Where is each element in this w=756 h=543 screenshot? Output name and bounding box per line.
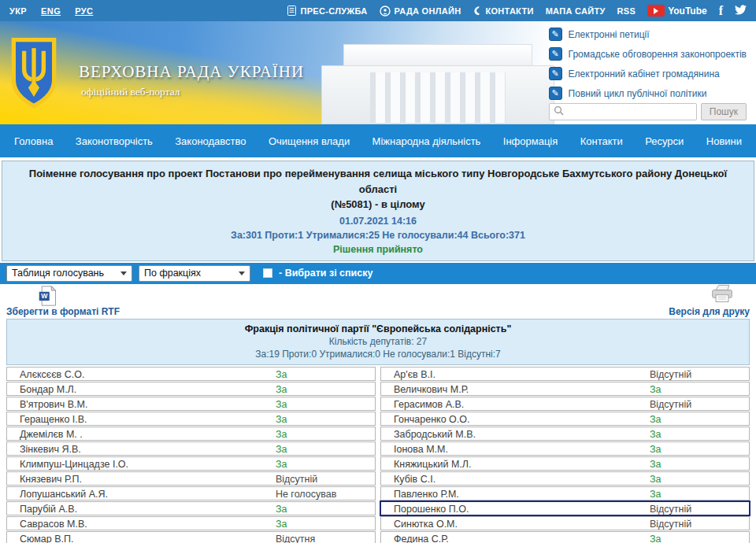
search-area: Пошук (549, 103, 747, 120)
vote-title: Поіменне голосування про проект Постанов… (12, 166, 744, 212)
search-button[interactable]: Пошук (701, 103, 747, 120)
rss-label: RSS (617, 6, 636, 16)
edit-icon: ✎ (549, 87, 562, 100)
search-input[interactable] (564, 106, 692, 117)
vote-value: За (276, 444, 287, 455)
table-row: Порошенко П.О.Відсутній (380, 501, 750, 515)
vote-value: За (276, 519, 287, 530)
vote-stats: За:301 Проти:1 Утрималися:25 Не голосува… (12, 230, 744, 241)
select-from-list-checkbox[interactable] (263, 268, 272, 278)
document-icon (287, 6, 296, 16)
table-row: Княжицький М.Л.За (380, 456, 750, 471)
vote-value: За (650, 444, 662, 455)
table-row: Зінкевич Я.В.За (6, 441, 376, 456)
table-row: Федина С.Р.За (380, 531, 750, 543)
deputy-name: Геращенко І.В. (20, 414, 87, 425)
chevron-down-icon (239, 272, 245, 275)
link-citizen-cabinet[interactable]: ✎ Електронний кабінет громадянина (549, 67, 747, 80)
deputy-name: Федина С.Р. (394, 534, 449, 543)
twitter-icon[interactable] (735, 5, 747, 17)
contacts-link[interactable]: КОНТАКТИ (472, 6, 533, 16)
deputy-name: В'ятрович В.М. (20, 399, 87, 410)
vote-value: Відсутня (276, 534, 315, 543)
table-row: Саврасов М.В.За (6, 516, 376, 530)
table-row: Павленко Р.М.За (380, 486, 750, 501)
deputy-name: Величкович М.Р. (394, 384, 469, 395)
nav-item-international[interactable]: Міжнародна діяльність (372, 135, 481, 147)
table-row: Забродський М.В.За (380, 427, 750, 441)
nav-item-legislation[interactable]: Законодавство (175, 135, 246, 147)
lang-eng[interactable]: ENG (41, 6, 61, 16)
search-box (549, 103, 697, 120)
deputy-name: Лопушанський А.Я. (20, 489, 108, 500)
vote-datetime: 01.07.2021 14:16 (12, 216, 744, 227)
vote-value: За (276, 414, 287, 425)
deputy-name: Джемілєв М. . (20, 429, 83, 440)
chevron-down-icon (120, 272, 127, 275)
deputy-name: Саврасов М.В. (20, 519, 87, 530)
deputy-name: Синютка О.М. (394, 519, 458, 530)
vote-value: За (650, 489, 662, 500)
print-link[interactable]: Версія для друку (669, 284, 750, 317)
lang-ukr[interactable]: УКР (9, 6, 27, 16)
table-row: Величкович М.Р.За (380, 382, 750, 396)
nav-item-home[interactable]: Головна (14, 135, 53, 147)
main-nav: Головна Законотворчість Законодавство Оч… (0, 124, 756, 157)
quick-links: ✎ Електронні петиції ✎ Громадське обгово… (549, 28, 747, 100)
deputy-name: Алєксєєв С.О. (20, 369, 84, 380)
vote-value: За (276, 369, 287, 380)
table-row: Іонова М.М.За (380, 441, 750, 456)
table-row: Лопушанський А.Я.Не голосував (6, 486, 376, 501)
nav-item-resources[interactable]: Ресурси (645, 135, 684, 147)
rada-online-link[interactable]: РАДА ОНЛАЙН (380, 6, 461, 17)
nav-item-lawmaking[interactable]: Законотворчість (76, 135, 153, 147)
nav-item-contacts[interactable]: Контакти (580, 135, 623, 147)
deputy-name: Іонова М.М. (394, 444, 448, 455)
nav-item-information[interactable]: Інформація (503, 135, 558, 147)
vote-result: Рішення прийнято (12, 244, 744, 255)
facebook-icon[interactable]: f (719, 4, 723, 18)
sitemap-link[interactable]: МАПА САЙТУ (546, 6, 606, 16)
deputy-name: Парубій А.В. (20, 504, 77, 515)
save-rtf-link[interactable]: W Зберегти в форматі RTF (6, 286, 120, 317)
table-row: В'ятрович В.М.За (6, 397, 376, 411)
deputy-name: Забродський М.В. (394, 429, 476, 440)
nav-item-news[interactable]: Новини (706, 135, 742, 147)
table-row: Климпуш-Цинцадзе І.О.За (6, 456, 376, 471)
voting-table-select[interactable]: Таблиця голосувань (6, 265, 132, 282)
link-policy-cycle[interactable]: ✎ Повний цикл публічної політики (549, 87, 747, 100)
vote-value: За (276, 429, 287, 440)
table-row: Гончаренко О.О.За (380, 412, 750, 426)
coat-of-arms-icon (9, 37, 58, 113)
rss-link[interactable]: RSS (617, 6, 636, 16)
press-service-label: ПРЕС-СЛУЖБА (300, 6, 367, 16)
save-rtf-label: Зберегти в форматі RTF (6, 306, 120, 317)
faction-view-select[interactable]: По фракціях (139, 265, 250, 282)
vote-value: За (650, 459, 662, 470)
link-public-discussion[interactable]: ✎ Громадське обговорення законопроектів (549, 47, 747, 61)
deputy-name: Павленко Р.М. (394, 489, 459, 500)
table-row: Алєксєєв С.О.За (6, 367, 376, 381)
link-epetitions[interactable]: ✎ Електронні петиції (549, 28, 747, 41)
svg-text:W: W (41, 292, 48, 300)
vote-value: За (650, 534, 662, 543)
vote-info-box: Поіменне голосування про проект Постанов… (2, 161, 754, 261)
public-discussion-label: Громадське обговорення законопроектів (569, 49, 747, 60)
vote-value: За (276, 459, 287, 470)
voting-table-select-value: Таблиця голосувань (12, 268, 104, 279)
site-title: ВЕРХОВНА РАДА УКРАЇНИ (79, 62, 304, 82)
press-service-link[interactable]: ПРЕС-СЛУЖБА (287, 6, 367, 16)
lang-rus[interactable]: РУС (75, 6, 93, 16)
parliament-building-image (321, 44, 554, 124)
deputy-name: Порошенко П.О. (394, 504, 469, 515)
table-row: Кубів С.І.За (380, 471, 750, 486)
deputy-name: Кубів С.І. (394, 474, 435, 485)
printer-icon (710, 284, 734, 303)
epetitions-label: Електронні петиції (569, 29, 650, 40)
vote-value: За (276, 504, 287, 515)
faction-name: Фракція політичної партії "Європейська с… (7, 323, 749, 335)
nav-item-lustration[interactable]: Очищення влади (269, 135, 350, 147)
youtube-link[interactable]: YouTube (647, 5, 707, 17)
vote-value: За (650, 384, 662, 395)
faction-vote-stats: За:19 Проти:0 Утрималися:0 Не голосували… (7, 348, 749, 360)
